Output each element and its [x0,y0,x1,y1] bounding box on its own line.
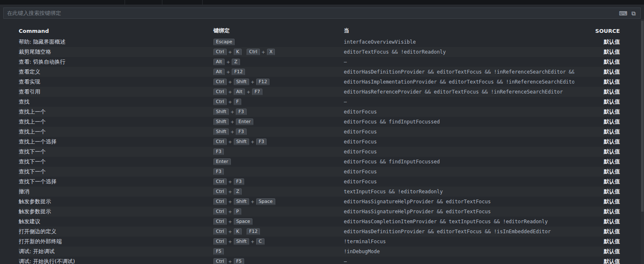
key-chip: Alt [234,89,245,96]
key-chip: Ctrl [213,258,227,264]
command-cell: 查看实现 [19,78,213,86]
command-cell: 查看引用 [19,88,213,96]
command-cell: 查找下一个 [19,158,213,165]
key-chip: Enter [236,118,253,126]
command-cell: 查找上一个 [19,108,213,116]
key-chip: F3 [256,138,267,146]
command-cell: 查找 [19,98,213,106]
key-chip: Ctrl [213,49,227,56]
when-cell: editorTextFocus && !editorReadonly [344,49,574,55]
keybinding-row[interactable]: 查找上一个Shift+F3editorFocus默认值 [19,107,620,117]
source-cell: 默认值 [574,248,620,255]
plus-separator: + [228,189,232,195]
key-chip: F3 [236,128,246,136]
plus-separator: + [251,239,255,244]
command-cell: 触发参数提示 [19,198,213,205]
key-chip: X [267,49,275,56]
key-chip: Alt [213,59,225,66]
keybinding-row[interactable]: 查看: 切换自动换行Alt+Z—默认值 [19,57,620,67]
plus-separator: + [226,69,230,75]
plus-separator: + [228,209,232,215]
vertical-scrollbar[interactable] [641,19,644,264]
when-cell: editorHasCompletionItemProvider && textI… [344,219,574,225]
keybinding-row[interactable]: 触发建议Ctrl+SpaceeditorHasCompletionItemPro… [19,217,620,227]
keybinding-row[interactable]: 查看实现Ctrl+Shift+F12editorHasImplementatio… [19,77,620,87]
source-cell: 默认值 [574,38,620,46]
keybinding-row[interactable]: 触发参数提示Ctrl+PeditorHasSignatureHelpProvid… [19,207,620,217]
keybinding-row[interactable]: 查找下一个选择Ctrl+F3editorFocus默认值 [19,177,620,187]
key-chip: F3 [234,178,244,185]
command-cell: 打开新的外部终端 [19,238,213,245]
column-header-keybinding[interactable]: 键绑定 [213,27,344,35]
when-cell: !terminalFocus [344,239,574,244]
keybinding-row[interactable]: 查找Ctrl+F—默认值 [19,97,620,107]
keybinding-row[interactable]: 查找下一个F3editorFocus默认值 [19,147,620,157]
keybinding-row[interactable]: 打开侧边的定义Ctrl+KF12editorHasDefinitionProvi… [19,227,620,237]
keybinding-row[interactable]: 查看引用Ctrl+Alt+F7editorHasReferenceProvide… [19,87,620,97]
command-cell: 触发参数提示 [19,208,213,215]
plus-separator: + [228,199,232,205]
source-cell: 默认值 [574,198,620,205]
key-chip: F5 [234,258,244,264]
key-chip: F12 [256,79,269,86]
plus-separator: + [226,59,230,65]
keybinding-row[interactable]: 撤消Ctrl+ZtextInputFocus && !editorReadonl… [19,187,620,197]
keybinding-cell: Ctrl+Space [213,218,344,225]
command-cell: 调试: 开始执行(不调试) [19,258,213,264]
tab-divider [162,0,162,5]
search-input-wrapper: ⌨ ⧉ [3,7,641,19]
command-cell: 查找下一个 [19,168,213,175]
key-chip: Ctrl [213,218,227,225]
when-cell: editorHasSignatureHelpProvider && editor… [344,209,574,215]
keybinding-row[interactable]: 打开新的外部终端Ctrl+Shift+C!terminalFocus默认值 [19,237,620,247]
plus-separator: + [228,49,232,55]
column-header-source[interactable]: SOURCE [574,28,620,34]
keybinding-row[interactable]: 查找下一个EntereditorFocus && findInputFocuss… [19,157,620,167]
source-cell: 默认值 [574,48,620,56]
source-cell: 默认值 [574,178,620,185]
when-cell: editorHasDefinitionProvider && editorTex… [344,69,574,75]
source-cell: 默认值 [574,228,620,235]
record-keys-icon[interactable]: ⌨ [617,10,629,17]
keybinding-row[interactable]: 调试: 开始调试F5!inDebugMode默认值 [19,247,620,257]
keybinding-row[interactable]: 触发参数提示Ctrl+Shift+SpaceeditorHasSignature… [19,197,620,207]
when-cell: editorFocus [344,129,574,135]
keybinding-row[interactable]: 查找下一个F3editorFocus默认值 [19,167,620,177]
when-cell: editorFocus && findInputFocussed [344,159,574,165]
key-chip: Shift [234,138,249,146]
column-header-when[interactable]: 当 [344,27,574,35]
keybinding-row[interactable]: 查找上一个Shift+F3editorFocus默认值 [19,127,620,137]
key-chip: Ctrl [213,238,227,245]
plus-separator: + [228,79,232,85]
command-cell: 帮助: 隐藏界面概述 [19,38,213,46]
keybindings-search-input[interactable] [7,10,617,16]
plus-separator: + [247,89,250,95]
when-cell: — [344,59,574,65]
keybinding-row[interactable]: 查找上一个选择Ctrl+Shift+F3editorFocus默认值 [19,137,620,147]
open-keybindings-json-icon[interactable]: ⧉ [629,10,638,17]
when-cell: editorHasDefinitionProvider && editorTex… [344,229,574,234]
source-cell: 默认值 [574,128,620,136]
scrollbar-thumb[interactable] [641,21,644,212]
keybinding-row[interactable]: 裁剪尾随空格Ctrl+KCtrl+XeditorTextFocus && !ed… [19,47,620,57]
column-header-command[interactable]: Command [19,28,213,34]
keybinding-row[interactable]: 查找上一个Shift+EntereditorFocus && findInput… [19,117,620,127]
plus-separator: + [228,89,232,95]
when-cell: editorFocus && findInputFocussed [344,119,574,125]
plus-separator: + [228,259,232,264]
source-cell: 默认值 [574,88,620,96]
keybinding-row[interactable]: 调试: 开始执行(不调试)Ctrl+F5—默认值 [19,257,620,264]
keybinding-row[interactable]: 查看定义Alt+F12editorHasDefinitionProvider &… [19,67,620,77]
key-chip: F3 [236,109,246,116]
key-chip: K [234,228,242,235]
command-cell: 查找上一个选择 [19,138,213,146]
when-cell: editorHasImplementationProvider && edito… [344,79,574,85]
keybinding-row[interactable]: 帮助: 隐藏界面概述EscapeinterfaceOverviewVisible… [19,37,620,47]
key-chip: Space [256,198,275,205]
source-cell: 默认值 [574,68,620,76]
plus-separator: + [251,199,255,205]
keyboard-shortcuts-editor: ⌨ ⧉ Command 键绑定 当 SOURCE 帮助: 隐藏界面概述Escap… [0,0,644,264]
keybinding-cell: Ctrl+F5 [213,258,344,264]
keybinding-cell: Ctrl+Shift+F12 [213,79,344,86]
key-chip: Ctrl [213,138,227,146]
